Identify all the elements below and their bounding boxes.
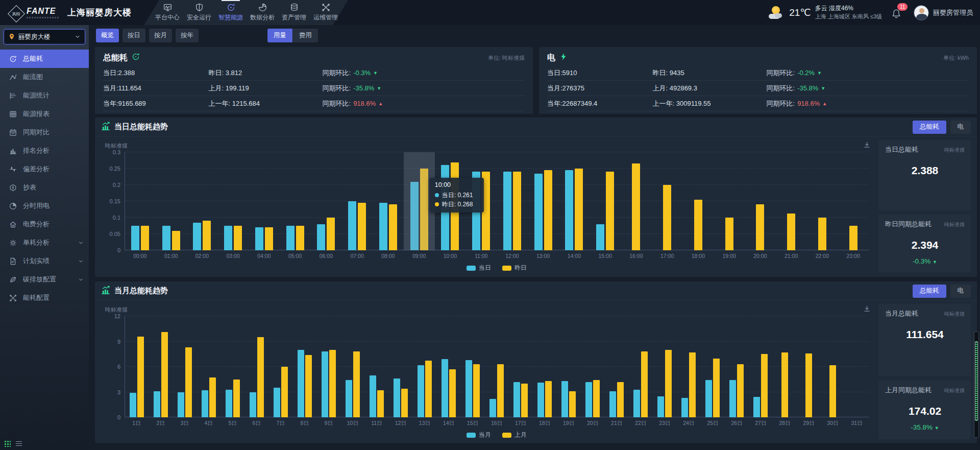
bar-上月-10日[interactable] [353,351,360,417]
nav-item-3[interactable]: 智慧能源 [216,0,245,25]
tab-2[interactable]: 按日 [122,29,145,42]
bar-当日-13:00[interactable] [534,174,543,250]
bar-上月-5日[interactable] [233,380,240,417]
bar-昨日-14:00[interactable] [575,169,583,250]
tab-1[interactable]: 概览 [96,29,119,42]
bar-昨日-21:00[interactable] [787,214,795,250]
bar-上月-13日[interactable] [425,361,432,417]
bar-当月-21日[interactable] [609,391,616,417]
bar-当月-15日[interactable] [465,360,472,417]
bar-上月-22日[interactable] [641,351,648,417]
bar-上月-4日[interactable] [209,377,216,417]
electricity-button[interactable]: 电 [950,121,971,134]
nav-item-1[interactable]: 平台中心 [153,0,182,25]
bar-当月-20日[interactable] [585,382,592,417]
legend-item-昨日[interactable]: 昨日 [502,264,527,272]
bar-当日-02:00[interactable] [193,223,201,250]
bar-昨日-07:00[interactable] [358,203,366,250]
bar-当月-12日[interactable] [394,378,400,417]
bar-当日-04:00[interactable] [255,227,263,250]
download-icon[interactable] [863,141,871,151]
tab-4[interactable]: 按年 [176,29,199,42]
bar-上月-3日[interactable] [185,347,192,417]
bar-当月-16日[interactable] [489,399,496,417]
bar-当月-24日[interactable] [681,398,688,417]
nav-item-2[interactable]: 安全运行 [185,0,213,25]
nav-item-6[interactable]: 运维管理 [311,0,340,25]
bar-当日-07:00[interactable] [348,201,356,250]
sidebar-item-7[interactable]: 偏差分析 [0,160,89,178]
bar-当月-11日[interactable] [370,375,376,418]
legend-item-上月[interactable]: 上月 [502,431,527,439]
bar-昨日-18:00[interactable] [694,200,702,250]
legend-item-当月[interactable]: 当月 [467,431,491,439]
user-menu[interactable]: 丽婴房管理员 [914,5,973,20]
bar-当月-27日[interactable] [753,397,760,417]
bar-上月-18日[interactable] [545,381,552,417]
bar-当月-5日[interactable] [226,390,232,417]
list-icon[interactable] [16,441,22,446]
bar-上月-9日[interactable] [329,350,336,417]
bar-当月-8日[interactable] [298,350,304,417]
bar-上月-26日[interactable] [737,364,744,417]
sidebar-item-8[interactable]: 抄表 [0,178,89,197]
legend-item-当日[interactable]: 当日 [467,264,491,272]
bar-昨日-03:00[interactable] [234,226,242,250]
notifications-button[interactable]: 11 [891,5,904,20]
nav-item-5[interactable]: 资产管理 [280,0,308,25]
bar-昨日-19:00[interactable] [725,218,733,250]
bar-当月-3日[interactable] [178,392,184,418]
weather-widget[interactable]: 21℃ 多云 湿度46% 上海 上海城区 东南风 ≤3级 [768,5,882,19]
bar-上月-12日[interactable] [401,389,408,417]
sidebar-item-13[interactable]: 碳排放配置 [0,270,89,289]
bar-上月-20日[interactable] [593,380,600,417]
bar-当月-18日[interactable] [537,383,544,417]
bar-上月-19日[interactable] [569,391,576,417]
bar-昨日-06:00[interactable] [327,218,335,250]
sidebar-item-12[interactable]: 计划实绩 [0,252,89,270]
sidebar-item-10[interactable]: 电费分析 [0,215,89,233]
bar-上月-17日[interactable] [521,384,528,417]
building-selector[interactable]: 丽婴房大楼 [4,29,85,44]
bar-昨日-16:00[interactable] [632,163,640,250]
bar-当月-22日[interactable] [633,390,640,417]
bar-当月-6日[interactable] [250,392,256,418]
bar-当日-01:00[interactable] [162,226,170,250]
bar-当日-14:00[interactable] [565,170,573,250]
tab-3[interactable]: 按月 [149,29,172,42]
bar-上月-16日[interactable] [497,364,504,417]
bar-当日-05:00[interactable] [286,226,295,250]
bar-当月-9日[interactable] [322,351,328,417]
bar-当日-00:00[interactable] [131,226,139,250]
sidebar-item-4[interactable]: 能源报表 [0,105,89,123]
sidebar-item-3[interactable]: 能源统计 [0,86,89,105]
bar-上月-25日[interactable] [713,359,720,418]
bar-昨日-05:00[interactable] [296,226,304,250]
bar-上月-23日[interactable] [665,350,672,417]
sidebar-item-14[interactable]: 能耗配置 [0,289,89,307]
bar-昨日-17:00[interactable] [663,185,671,250]
bar-当月-17日[interactable] [513,382,520,417]
bar-上月-28日[interactable] [781,352,788,417]
bar-昨日-13:00[interactable] [544,170,552,250]
bar-上月-29日[interactable] [805,353,812,417]
total-energy-button[interactable]: 总能耗 [913,121,946,134]
bar-当月-2日[interactable] [154,391,160,417]
bar-上月-21日[interactable] [617,382,624,417]
mode-tab-2[interactable]: 费用 [293,29,318,42]
sidebar-item-6[interactable]: 排名分析 [0,141,89,160]
bar-上月-11日[interactable] [377,390,384,417]
bar-上月-24日[interactable] [689,352,696,417]
bar-当月-4日[interactable] [202,390,208,417]
total-energy-button[interactable]: 总能耗 [913,285,946,298]
bar-当月-13日[interactable] [418,365,424,417]
bar-当月-10日[interactable] [346,380,352,417]
logo[interactable]: 风特 FANTE [7,6,59,20]
grid-dots-icon[interactable] [4,440,11,447]
bar-昨日-04:00[interactable] [265,227,273,250]
sidebar-item-9[interactable]: 分时用电 [0,197,89,215]
bar-当月-19日[interactable] [561,381,568,417]
bar-上月-8日[interactable] [305,355,312,417]
bar-上月-14日[interactable] [449,369,456,417]
bar-昨日-08:00[interactable] [389,204,397,250]
